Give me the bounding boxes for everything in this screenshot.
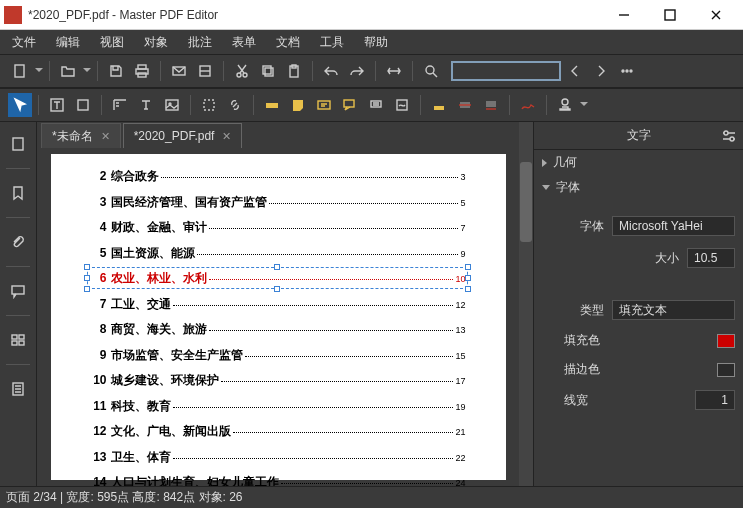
document-viewport[interactable]: 2综合政务33国民经济管理、国有资产监管54财政、金融、审计75国土资源、能源9… <box>37 148 519 486</box>
ink-tool[interactable] <box>516 93 540 117</box>
edit-tool[interactable] <box>71 93 95 117</box>
width-value[interactable]: 1 <box>695 390 735 410</box>
toc-row[interactable]: 2综合政务3 <box>91 168 466 185</box>
close-button[interactable] <box>693 0 739 30</box>
resize-handle[interactable] <box>274 286 280 292</box>
attachments-button[interactable] <box>4 228 32 256</box>
close-icon[interactable]: ✕ <box>222 130 231 143</box>
toc-row[interactable]: 4财政、金融、审计7 <box>91 219 466 236</box>
minimize-button[interactable] <box>601 0 647 30</box>
fields-button[interactable] <box>4 326 32 354</box>
link-tool[interactable] <box>223 93 247 117</box>
signature-tool[interactable] <box>390 93 414 117</box>
strikethrough-tool[interactable] <box>453 93 477 117</box>
pdf-page[interactable]: 2综合政务33国民经济管理、国有资产监管54财政、金融、审计75国土资源、能源9… <box>51 154 506 480</box>
tab-unnamed[interactable]: *未命名✕ <box>41 123 121 148</box>
note-tool[interactable] <box>286 93 310 117</box>
tab-pdf[interactable]: *2020_PDF.pdf✕ <box>123 123 243 148</box>
comments-button[interactable] <box>4 277 32 305</box>
resize-handle[interactable] <box>84 275 90 281</box>
text-field-tool[interactable] <box>134 93 158 117</box>
close-icon[interactable]: ✕ <box>101 130 110 143</box>
toc-row[interactable]: 3国民经济管理、国有资产监管5 <box>91 194 466 211</box>
toc-row[interactable]: 8商贸、海关、旅游13 <box>91 321 466 338</box>
vertical-scrollbar[interactable] <box>519 122 533 486</box>
mail-button[interactable] <box>167 59 191 83</box>
toc-row[interactable]: 5国土资源、能源9 <box>91 245 466 262</box>
menu-object[interactable]: 对象 <box>134 32 178 53</box>
scrollbar-thumb[interactable] <box>520 162 532 242</box>
menu-tools[interactable]: 工具 <box>310 32 354 53</box>
textbox-tool[interactable] <box>312 93 336 117</box>
menu-forms[interactable]: 表单 <box>222 32 266 53</box>
font-value[interactable]: Microsoft YaHei <box>612 216 735 236</box>
toc-row[interactable]: 7工业、交通12 <box>91 296 466 313</box>
resize-handle[interactable] <box>465 286 471 292</box>
dropdown-icon[interactable] <box>580 102 588 108</box>
menu-file[interactable]: 文件 <box>2 32 46 53</box>
scan-button[interactable] <box>193 59 217 83</box>
menu-document[interactable]: 文档 <box>266 32 310 53</box>
search-icon[interactable] <box>419 59 443 83</box>
menu-annotate[interactable]: 批注 <box>178 32 222 53</box>
save-button[interactable] <box>104 59 128 83</box>
resize-handle[interactable] <box>465 264 471 270</box>
paste-button[interactable] <box>282 59 306 83</box>
fit-width-button[interactable] <box>382 59 406 83</box>
select-tool[interactable] <box>8 93 32 117</box>
search-next-button[interactable] <box>589 59 613 83</box>
search-input[interactable] <box>451 61 561 81</box>
svg-rect-9 <box>263 66 271 74</box>
rect-select-tool[interactable] <box>197 93 221 117</box>
dropdown-icon[interactable] <box>35 68 43 74</box>
form-tool[interactable] <box>108 93 132 117</box>
callout-tool[interactable] <box>338 93 362 117</box>
toc-row[interactable]: 6农业、林业、水利10 <box>91 270 466 287</box>
resize-handle[interactable] <box>84 264 90 270</box>
stroke-field: 描边色 <box>534 355 743 384</box>
print-button[interactable] <box>130 59 154 83</box>
bookmarks-button[interactable] <box>4 179 32 207</box>
type-value[interactable]: 填充文本 <box>612 300 735 320</box>
text-tool[interactable] <box>45 93 69 117</box>
resize-handle[interactable] <box>274 264 280 270</box>
toc-row[interactable]: 11科技、教育19 <box>91 398 466 415</box>
toc-row[interactable]: 14人口与计划生育、妇女儿童工作24 <box>91 474 466 486</box>
svg-rect-22 <box>266 103 278 108</box>
thumbnails-button[interactable] <box>4 130 32 158</box>
underline-tool[interactable] <box>479 93 503 117</box>
open-button[interactable] <box>56 59 80 83</box>
cut-button[interactable] <box>230 59 254 83</box>
statusbar: 页面 2/34 | 宽度: 595点 高度: 842点 对象: 26 <box>0 486 743 508</box>
toc-row[interactable]: 13卫生、体育22 <box>91 449 466 466</box>
redo-button[interactable] <box>345 59 369 83</box>
resize-handle[interactable] <box>84 286 90 292</box>
toc-row[interactable]: 12文化、广电、新闻出版21 <box>91 423 466 440</box>
fill-color-swatch[interactable] <box>717 334 735 348</box>
search-prev-button[interactable] <box>563 59 587 83</box>
highlight-text-tool[interactable] <box>427 93 451 117</box>
search-options-button[interactable] <box>615 59 639 83</box>
panel-settings-icon[interactable] <box>721 128 737 144</box>
toc-row[interactable]: 9市场监管、安全生产监管15 <box>91 347 466 364</box>
menu-view[interactable]: 视图 <box>90 32 134 53</box>
dropdown-icon[interactable] <box>83 68 91 74</box>
new-button[interactable] <box>8 59 32 83</box>
stroke-color-swatch[interactable] <box>717 363 735 377</box>
maximize-button[interactable] <box>647 0 693 30</box>
stamp-tool[interactable] <box>364 93 388 117</box>
image-tool[interactable] <box>160 93 184 117</box>
menu-help[interactable]: 帮助 <box>354 32 398 53</box>
copy-button[interactable] <box>256 59 280 83</box>
section-font[interactable]: 字体 <box>534 175 743 200</box>
toc-page: 7 <box>460 223 465 233</box>
toc-row[interactable]: 10城乡建设、环境保护17 <box>91 372 466 389</box>
layers-button[interactable] <box>4 375 32 403</box>
undo-button[interactable] <box>319 59 343 83</box>
menu-edit[interactable]: 编辑 <box>46 32 90 53</box>
section-geometry[interactable]: 几何 <box>534 150 743 175</box>
size-value[interactable]: 10.5 <box>687 248 735 268</box>
highlight-tool[interactable] <box>260 93 284 117</box>
resize-handle[interactable] <box>465 275 471 281</box>
stamp-dropdown[interactable] <box>553 93 577 117</box>
